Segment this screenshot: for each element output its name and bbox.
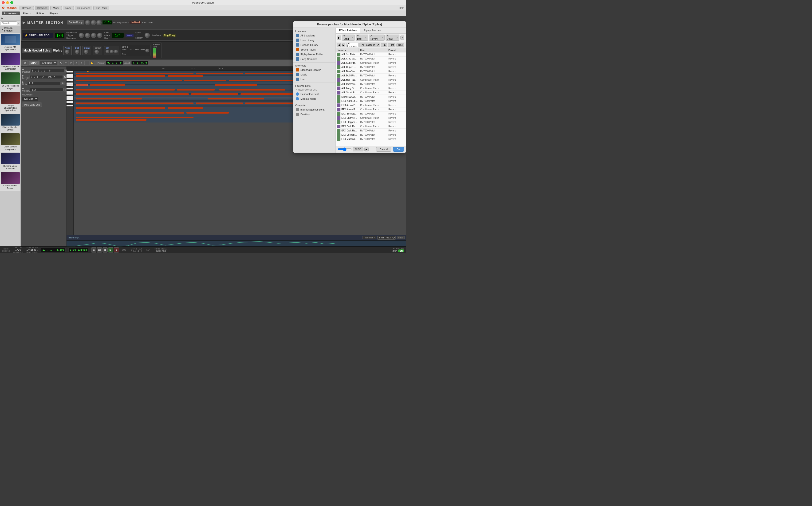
pencil-tool[interactable]: ✏ <box>64 61 68 65</box>
patch-row[interactable]: ALL Crag Valley.rv7 RV7000 Patch Reverb <box>336 57 406 61</box>
play-btn[interactable]: ▶ <box>108 247 113 253</box>
remove-filter-revert[interactable]: ✕ <box>381 36 383 39</box>
piano-key-white[interactable] <box>67 91 73 93</box>
view-mode-select[interactable]: Key Edit <box>22 97 38 101</box>
fast-forward-btn[interactable]: ⏭ <box>97 247 102 253</box>
list-item[interactable]: Grain Sample Manipulator <box>0 133 20 152</box>
loc-user-library[interactable]: User Library <box>293 38 336 43</box>
attack-knob[interactable] <box>91 20 96 25</box>
rate-knob[interactable] <box>85 20 90 25</box>
list-item[interactable]: Algoritm FM Synthesizer <box>0 33 20 52</box>
minimize-button[interactable] <box>6 1 9 4</box>
release-sidechain-knob[interactable] <box>97 33 102 38</box>
remove-filter-dark[interactable]: ✕ <box>365 36 367 39</box>
devices-menu-btn[interactable]: Devices <box>19 6 34 10</box>
piano-key-white[interactable] <box>67 84 73 86</box>
browser-menu-btn[interactable]: Browser <box>35 6 50 10</box>
loc-song-samples[interactable]: Song Samples <box>293 57 336 61</box>
patch-row[interactable]: EFX Arena Pass - .cmb Combinator Patch R… <box>336 103 406 107</box>
patch-row[interactable]: ALL DarkStrsHall.rv7 RV7000 Patch Reverb <box>336 69 406 74</box>
nav-back-btn[interactable]: ◀ <box>337 43 341 47</box>
eq-freq-knob[interactable] <box>110 50 113 53</box>
nav-forward-btn[interactable]: ▶ <box>342 43 345 47</box>
tab-players[interactable]: Players <box>47 11 61 15</box>
patch-row[interactable]: ALL Cuper Hall Dark.cmb Combinator Patch… <box>336 61 406 65</box>
snap-toggle[interactable]: SNAP <box>29 61 38 65</box>
dist-knob[interactable] <box>75 50 79 54</box>
note-stepper[interactable]: ⇅ <box>61 82 65 85</box>
cancel-btn[interactable]: Cancel <box>376 147 391 152</box>
note-prop-input[interactable] <box>27 82 61 85</box>
tab-utilities[interactable]: Utilities <box>33 11 47 15</box>
loc-music[interactable]: Music <box>293 72 336 77</box>
razor-tool[interactable]: ◇ <box>74 61 79 65</box>
patch-row[interactable]: EFX Bechstein Pedal Down.rv7 RV7000 Patc… <box>336 112 406 116</box>
piano-key-white[interactable] <box>67 96 73 98</box>
play-preview-btn[interactable]: ▶ <box>337 35 341 40</box>
patch-row[interactable]: EFX Chimney Sweeper.cmb Combinator Patch… <box>336 116 406 120</box>
col-name-header[interactable]: Name ▲ <box>336 48 359 52</box>
loc-sidechain[interactable]: Sidechain.repatch <box>293 68 336 72</box>
select-tool[interactable]: ↖ <box>59 61 63 65</box>
length-stepper[interactable]: ⇅ <box>63 75 67 79</box>
patch-row[interactable]: EFX 2600 Spring.rv7 RV7000 Patch Reverb <box>336 99 406 103</box>
patch-row[interactable]: EFX Masoniry Plate.rv7 RV7000 Patch Reve… <box>336 137 406 141</box>
hand-tool[interactable]: ✋ <box>90 61 94 65</box>
remove-filter-delay[interactable]: ✕ <box>396 36 398 39</box>
instrument-search-input[interactable] <box>1 21 17 25</box>
loc-ljud[interactable]: Ljud <box>293 77 336 82</box>
clear-controller-btn[interactable]: Clear <box>396 236 404 239</box>
zoom-out-tool[interactable]: − <box>84 61 89 65</box>
list-item[interactable]: Dr. Octo Rex Loop Player <box>0 72 20 91</box>
piano-key-white[interactable] <box>67 101 73 103</box>
zoom-in-tool[interactable]: + <box>79 61 84 65</box>
remove-filter-long[interactable]: ✕ <box>351 36 353 39</box>
browse-patches-list[interactable]: ALL 1st Plate.rv7 RV7000 Patch Reverb AL… <box>336 53 406 146</box>
loc-sound-packs[interactable]: Sound Packs <box>293 47 336 52</box>
rewind-btn[interactable]: ⏮ <box>91 247 96 253</box>
feedback-knob[interactable] <box>145 33 150 38</box>
piano-key-white[interactable] <box>67 79 73 81</box>
piano-key-white[interactable] <box>67 74 73 76</box>
patch-row[interactable]: ALL DLS RichPlate.rv7 RV7000 Patch Rever… <box>336 74 406 78</box>
patch-row[interactable]: EFX Dark Reverse.rv7 RV7000 Patch Reverb <box>336 129 406 133</box>
loc-ripley-home-folder[interactable]: Ripley Home Folder <box>293 52 336 57</box>
patch-row[interactable]: ALL Long Stack Dark.cmb Combinator Patch… <box>336 86 406 91</box>
piano-key-white[interactable] <box>67 71 73 73</box>
patch-row[interactable]: ALL Short Stack Dark.cmb Combinator Patc… <box>336 91 406 95</box>
list-item[interactable]: Complex-1 Modular Synthesizer <box>0 52 20 72</box>
ok-btn[interactable]: OK <box>393 147 404 152</box>
lfo-rate-knob[interactable] <box>145 49 149 53</box>
patch-row[interactable]: DRM 80sGatedPlate.rv7 RV7000 Patch Rever… <box>336 95 406 99</box>
loc-mattias-made[interactable]: Mattias-made <box>293 96 336 101</box>
noise-knob[interactable] <box>65 50 69 54</box>
rack-menu-btn[interactable]: Rack <box>63 6 74 10</box>
list-item[interactable]: Humana Vocal Ensemble <box>0 152 20 171</box>
position-prop-input[interactable] <box>30 69 64 72</box>
list-item[interactable]: Friktion Modeled Strings <box>0 113 20 133</box>
stop-btn[interactable]: ■ <box>102 247 108 253</box>
patch-row[interactable]: EFX Clapper.rv7 RV7000 Patch Reverb <box>336 120 406 124</box>
piano-key-white[interactable] <box>67 76 73 78</box>
patch-row[interactable]: EFX Enchanted Woods.rv7 RV7000 Patch Rev… <box>336 133 406 137</box>
eraser-tool[interactable]: ◻ <box>69 61 74 65</box>
multi-lane-edit-btn[interactable]: Multi Lane Edit <box>22 102 42 107</box>
flip-rack-menu-btn[interactable]: Flip Rack <box>93 6 109 10</box>
flat-view-btn[interactable]: Flat <box>388 43 395 47</box>
add-favorite-list-btn[interactable]: + New Favorite List... <box>293 88 336 92</box>
patch-row[interactable]: ALL CuperHall Dark.rv7 RV7000 Patch Reve… <box>336 65 406 69</box>
piano-key-white[interactable] <box>67 88 73 90</box>
eq-high-knob[interactable] <box>114 50 118 53</box>
loc-best-of-best[interactable]: Best of the Best <box>293 92 336 96</box>
patch-row[interactable]: EFX Arena Pass - Vista.cmb Combinator Pa… <box>336 107 406 112</box>
clear-all-filters-btn[interactable]: ✕ <box>400 35 404 40</box>
length-prop-input[interactable] <box>29 75 63 79</box>
col-parent-header[interactable]: Parent <box>387 48 406 52</box>
close-sequencer-btn[interactable]: ✕ <box>22 61 28 66</box>
tab-effects[interactable]: Effects <box>20 11 33 15</box>
piano-key-white[interactable] <box>67 98 73 100</box>
tab-instruments[interactable]: Instruments <box>2 11 20 15</box>
loc-mattiashagg[interactable]: mattiashaggstromgerdt <box>293 107 336 112</box>
patch-row[interactable]: ALL Hall Pass - Dark & Dense.cmb Combina… <box>336 78 406 82</box>
close-button[interactable] <box>2 1 5 4</box>
